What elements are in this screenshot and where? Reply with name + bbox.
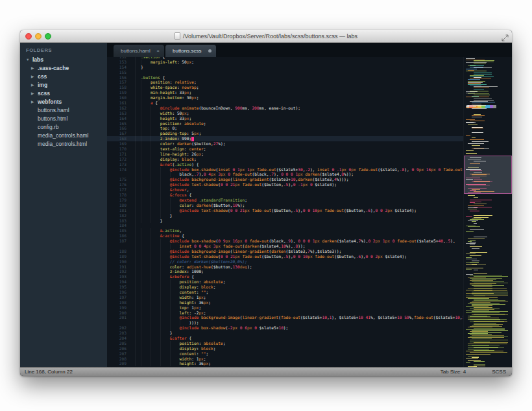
close-icon[interactable]: × [156,49,160,54]
code-line[interactable]: ))); [107,320,464,325]
code-editor[interactable]: 152.section {153margin-left: 50px;154}15… [107,57,512,367]
code-line[interactable]: 190// color: darken($button+20,0%); [107,259,464,264]
code-line[interactable]: 167padding-top: 5px; [107,131,464,136]
code-line[interactable]: 165position: absolute; [107,121,464,126]
cursor-position: Line 168, Column 22 [25,369,73,375]
code-line[interactable]: 173&:not(.active) { [107,162,464,167]
code-line[interactable]: 195display: block; [107,285,464,290]
code-line[interactable]: 158white-space: nowrap; [107,85,464,90]
tab-buttons-scss[interactable]: buttons.scss [165,45,216,57]
sidebar-item-buttons-html[interactable]: buttons.html [20,114,107,123]
code-line[interactable]: 162@include animate(bounceInDown, 900ms,… [107,106,464,111]
code-line[interactable]: 198height: 36px; [107,300,464,305]
code-line[interactable]: 193&:before { [107,274,464,279]
chevron-down-icon[interactable]: ▼ [26,58,30,62]
sidebar-item-config-rb[interactable]: config.rb [20,123,107,131]
sidebar-item-scss[interactable]: ▶ scss [20,89,107,97]
code-line[interactable]: 160margin-bottom: 30px; [107,95,464,100]
code-line[interactable]: 166top: 0; [107,126,464,131]
code-line[interactable]: 175@include background-image(linear-grad… [107,177,464,182]
chevron-right-icon[interactable]: ▶ [31,66,35,70]
zoom-window-button[interactable] [45,33,51,40]
code-line[interactable]: 203} [107,331,464,336]
code-line[interactable]: 189@include text-shadow(0 0 21px fade-ou… [107,254,464,259]
code-line[interactable]: 188@include background-image(linear-grad… [107,249,464,254]
chevron-right-icon[interactable]: ▶ [31,83,35,87]
code-line[interactable]: 164height: 33px; [107,116,464,121]
code-line[interactable]: inset 0 0 4px 3px fade-out(darken($slate… [107,244,464,249]
code-line[interactable]: 178&:focus { [107,193,464,198]
code-line[interactable]: 179@extend .standardTransition; [107,198,464,203]
code-line[interactable]: 177&:hover, [107,187,464,193]
code-line[interactable]: black,.7),0 4px 3px 0 fade-out(black,.7)… [107,172,464,177]
code-line[interactable]: 205position: absolute; [107,341,464,346]
code-line[interactable]: 197width: 1px; [107,295,464,300]
code-line[interactable]: 204&:after { [107,336,464,341]
code-line[interactable]: 163width: 50px; [107,111,464,116]
code-line[interactable]: 182} [107,213,464,218]
code-line[interactable]: 187@include box-shadow(0 9px 16px 0 fade… [107,239,464,244]
tab-buttons-haml[interactable]: buttons.haml × [114,45,164,57]
sidebar-item-img[interactable]: ▶ img [20,80,107,89]
code-line[interactable]: 155 [107,70,464,75]
line-number: 175 [107,177,127,182]
code-line[interactable]: 172display: block; [107,157,464,162]
code-line[interactable]: 186&:active { [107,233,464,239]
code-line[interactable]: 202@include box-shadow(-2px 0 6px 0 $sla… [107,325,464,331]
code-line[interactable]: 192z-index: 1000; [107,269,464,274]
code-line[interactable]: 206display: block; [107,346,464,351]
code-line[interactable]: 159min-height: 33px; [107,90,464,95]
line-number: 165 [107,121,127,126]
sidebar-item-media-controls-haml[interactable]: media_controls.haml [20,131,107,139]
code-line[interactable]: 181@include text-shadow(0 0 21px fade-ou… [107,208,464,213]
fullscreen-icon[interactable] [502,32,509,40]
code-line[interactable]: 176@include text-shadow(0 0 21px fade-ou… [107,182,464,187]
code-line[interactable]: 208width: 1px; [107,357,464,362]
titlebar[interactable]: /Volumes/Vault/Dropbox/Server/Root/labs/… [20,30,512,43]
code-line[interactable]: 153margin-left: 50px; [107,60,464,65]
code-line[interactable]: 185&.active, [107,228,464,233]
line-number: 154 [107,65,127,70]
line-number: 180 [107,203,127,208]
code-line[interactable]: 196content: ""; [107,290,464,295]
code-line[interactable]: 170text-align: center; [107,147,464,152]
code-line[interactable]: 171line-height: 26px; [107,152,464,157]
chevron-right-icon[interactable]: ▶ [31,75,35,78]
modified-dot-icon[interactable] [208,49,212,53]
code-line[interactable]: 194position: absolute; [107,279,464,285]
chevron-right-icon[interactable]: ▶ [31,91,35,95]
code-line[interactable]: 174@include box-shadow(inset 0 1px 1px f… [107,167,464,172]
code-line[interactable]: 168z-index: 990; [107,136,464,141]
code-line[interactable]: 180color: darken($button,10%); [107,203,464,208]
code-line[interactable]: 207content: ""; [107,351,464,357]
minimize-window-button[interactable] [35,33,42,40]
code-line[interactable]: 209height: 36px; [107,361,464,366]
code-line[interactable]: 154} [107,65,464,70]
sidebar-item-webfonts[interactable]: ▶ webfonts [20,97,107,106]
code-line[interactable]: 156.buttons { [107,75,464,80]
code-line[interactable]: 191color: adjust-hue($button,130deg); [107,264,464,270]
code-line[interactable]: 199top: 1px; [107,305,464,311]
tab-size-indicator[interactable]: Tab Size: 4 [441,369,466,375]
code-line[interactable]: 169color: darken($button,27%); [107,141,464,147]
minimap-viewport[interactable] [464,156,512,194]
folder-label: labs [32,56,43,63]
code-line[interactable]: 200left: -2px; [107,311,464,316]
syntax-indicator[interactable]: SCSS [492,369,506,375]
sidebar-item-buttons-haml[interactable]: buttons.haml [20,106,107,114]
code-line[interactable]: 201@include background-image(linear-grad… [107,315,464,320]
code-line[interactable]: 183} [107,218,464,224]
minimap[interactable] [463,57,512,367]
chevron-right-icon[interactable]: ▶ [31,100,35,104]
sidebar-item-media-controls-html[interactable]: media_controls.html [20,139,107,148]
sidebar-item-labs[interactable]: ▼ labs [20,55,107,64]
sidebar-item-css[interactable]: ▶ css [20,72,107,80]
line-number: 201 [107,315,127,320]
sidebar-item-sass-cache[interactable]: ▶ .sass-cache [20,64,107,72]
code-line[interactable]: 157position: relative; [107,80,464,85]
window-title: /Volumes/Vault/Dropbox/Server/Root/labs/… [175,32,357,40]
code-line[interactable]: 184 [107,223,464,228]
close-window-button[interactable] [25,33,32,40]
line-number: 157 [107,80,127,85]
code-line[interactable]: 161a { [107,100,464,106]
